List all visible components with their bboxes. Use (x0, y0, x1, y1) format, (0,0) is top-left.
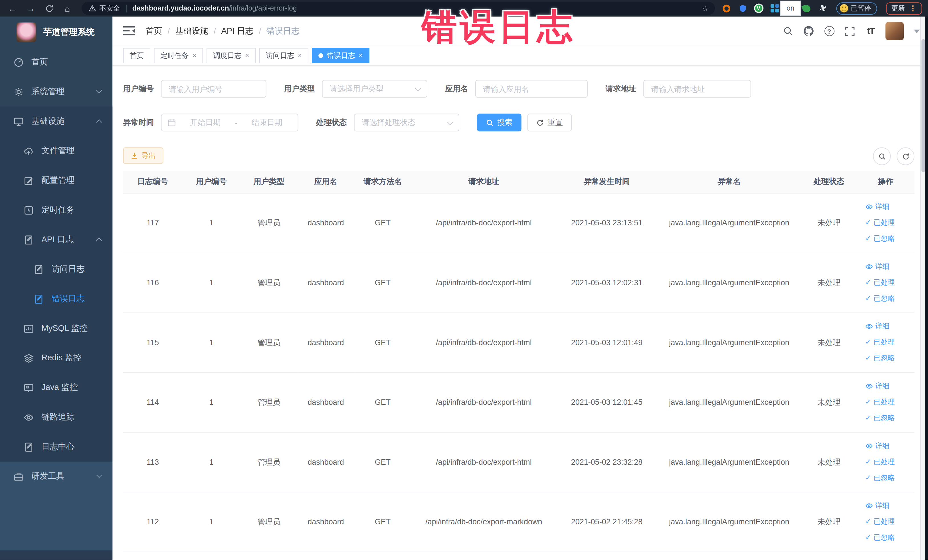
tab-access-log[interactable]: 访问日志× (259, 48, 308, 63)
sidebar-item-api-log[interactable]: API 日志 (0, 225, 112, 255)
sidebar-item-tracing[interactable]: 链路追踪 (0, 403, 112, 432)
help-icon[interactable]: ? (823, 25, 835, 37)
process-status-select[interactable]: 请选择处理状态 (354, 113, 459, 131)
extensions-puzzle-icon[interactable] (817, 2, 828, 14)
tab-scheduled-jobs[interactable]: 定时任务× (154, 48, 203, 63)
browser-forward-icon[interactable]: → (24, 2, 37, 15)
bookmark-star-icon[interactable]: ☆ (702, 4, 709, 12)
mark-processed-link[interactable]: ✓已处理 (859, 334, 912, 350)
screen-icon (24, 383, 34, 392)
browser-back-icon[interactable]: ← (6, 2, 19, 15)
tab-home[interactable]: 首页 (123, 48, 150, 63)
scrollbar-thumb[interactable] (922, 39, 925, 172)
user-type-select[interactable]: 请选择用户类型 (322, 80, 427, 98)
breadcrumb-separator: / (214, 26, 216, 36)
sidebar-item-dev-tools[interactable]: 研发工具 (0, 462, 112, 491)
eye-icon (865, 323, 873, 330)
sidebar-footer (0, 550, 112, 560)
col-header-operations: 操作 (857, 171, 914, 193)
mark-processed-link[interactable]: ✓已处理 (859, 394, 912, 410)
detail-link[interactable]: 详细 (859, 378, 912, 394)
sidebar-item-scheduled-jobs[interactable]: 定时任务 (0, 195, 112, 225)
operations-cell: 详细 ✓已处理 ✓已忽略 (857, 372, 914, 432)
browser-reload-icon[interactable] (43, 2, 56, 15)
extension-leaf-icon[interactable] (800, 2, 812, 14)
mark-ignored-link[interactable]: ✓已忽略 (859, 530, 912, 546)
table-row: 116 1 管理员 dashboard GET /api/infra/db-do… (123, 253, 914, 313)
app-name-input[interactable] (475, 80, 588, 98)
user-id-input[interactable] (161, 80, 266, 98)
detail-link[interactable]: 详细 (859, 498, 912, 514)
sidebar-item-home[interactable]: 首页 (0, 47, 112, 77)
mark-processed-link[interactable]: ✓已处理 (859, 215, 912, 231)
sidebar-item-log-center[interactable]: 日志中心 (0, 432, 112, 462)
refresh-button[interactable] (897, 148, 914, 165)
extension-green-circle-icon[interactable]: V (752, 2, 764, 14)
security-label[interactable]: 不安全 (99, 4, 120, 12)
sidebar-item-file-management[interactable]: 文件管理 (0, 136, 112, 166)
sidebar-item-java-monitor[interactable]: Java 监控 (0, 373, 112, 403)
extension-shield-icon[interactable] (737, 2, 748, 14)
mark-ignored-link[interactable]: ✓已忽略 (859, 231, 912, 247)
detail-link[interactable]: 详细 (859, 318, 912, 334)
mark-ignored-link[interactable]: ✓已忽略 (859, 291, 912, 307)
export-button[interactable]: 导出 (123, 148, 163, 164)
detail-link[interactable]: 详细 (859, 259, 912, 275)
sidebar-fold-icon[interactable] (123, 25, 136, 37)
tab-error-log[interactable]: 错误日志× (312, 48, 369, 63)
mark-ignored-link[interactable]: ✓已忽略 (859, 470, 912, 486)
close-icon[interactable]: × (192, 51, 197, 60)
eye-icon (24, 412, 34, 422)
request-url-label: 请求地址 (605, 84, 636, 94)
close-icon[interactable]: × (298, 51, 302, 60)
sidebar-item-error-log[interactable]: 错误日志 (0, 284, 112, 314)
extension-grid-icon[interactable] (769, 2, 780, 14)
operations-cell: 详细 ✓已处理 ✓已忽略 (857, 193, 914, 253)
profile-paused-badge[interactable]: 已暂停 (836, 2, 877, 15)
sidebar-item-mysql-monitor[interactable]: MySQL 监控 (0, 314, 112, 343)
check-icon: ✓ (865, 291, 871, 307)
operations-cell: 详细 ✓已处理 ✓已忽略 (857, 312, 914, 372)
detail-link[interactable]: 详细 (859, 438, 912, 454)
sidebar-item-access-log[interactable]: 访问日志 (0, 255, 112, 284)
tab-schedule-log[interactable]: 调度日志× (206, 48, 256, 63)
mark-ignored-link[interactable]: ✓已忽略 (859, 410, 912, 426)
font-size-icon[interactable]: tT (865, 25, 876, 37)
search-button[interactable]: 搜索 (477, 113, 522, 131)
page-scrollbar[interactable] (920, 17, 925, 560)
github-icon[interactable] (803, 25, 814, 37)
caret-down-icon[interactable] (914, 29, 920, 33)
header-actions: ? tT (782, 22, 920, 40)
sidebar-item-system[interactable]: 系统管理 (0, 77, 112, 107)
breadcrumb-item[interactable]: 首页 (145, 26, 162, 36)
exception-time-range-picker[interactable]: 开始日期 - 结束日期 (161, 113, 298, 131)
close-icon[interactable]: × (245, 51, 249, 60)
toggle-search-button[interactable] (873, 148, 891, 165)
extension-on-badge-icon[interactable]: on (785, 2, 796, 14)
app-logo[interactable]: 芋道管理系统 (0, 17, 112, 47)
breadcrumb-item[interactable]: 基础设施 (175, 26, 208, 36)
cloud-upload-icon (24, 146, 34, 156)
browser-home-icon[interactable]: ⌂ (61, 2, 74, 15)
reset-button[interactable]: 重置 (528, 113, 572, 131)
address-bar[interactable]: 不安全 dashboard.yudao.iocoder.cn /infra/lo… (82, 2, 714, 15)
fullscreen-icon[interactable] (844, 25, 856, 37)
avatar[interactable] (885, 22, 904, 40)
mark-ignored-link[interactable]: ✓已忽略 (859, 350, 912, 366)
breadcrumb-item[interactable]: API 日志 (221, 26, 253, 36)
search-icon[interactable] (782, 25, 794, 37)
browser-update-button[interactable]: 更新 ⋮ (886, 2, 922, 15)
extension-donut-icon[interactable] (720, 2, 732, 14)
close-icon[interactable]: × (359, 51, 363, 60)
mark-processed-link[interactable]: ✓已处理 (859, 514, 912, 530)
detail-link[interactable]: 详细 (859, 199, 912, 215)
mark-processed-link[interactable]: ✓已处理 (859, 454, 912, 470)
sidebar-item-config-management[interactable]: 配置管理 (0, 166, 112, 195)
mark-processed-link[interactable]: ✓已处理 (859, 275, 912, 291)
request-url-input[interactable] (643, 80, 751, 98)
end-date-placeholder: 结束日期 (242, 117, 292, 128)
chart-icon (24, 323, 34, 334)
sidebar-item-infrastructure[interactable]: 基础设施 (0, 107, 112, 136)
sidebar-item-redis-monitor[interactable]: Redis 监控 (0, 343, 112, 373)
browser-menu-icon[interactable]: ⋮ (909, 4, 917, 12)
